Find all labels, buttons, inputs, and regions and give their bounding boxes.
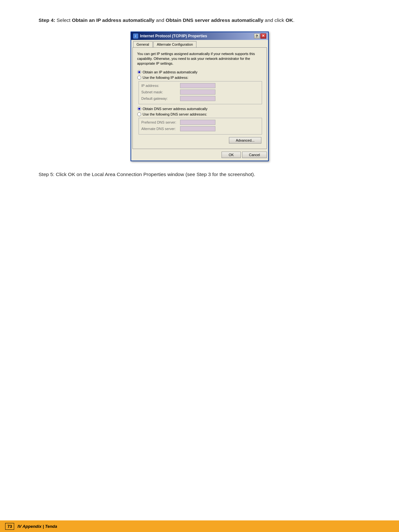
dialog-wrapper: i Internet Protocol (TCP/IP) Properties … (39, 32, 360, 161)
step5-text4: for the screenshot). (211, 172, 255, 177)
cancel-button[interactable]: Cancel (242, 152, 267, 158)
tab-alternate-config[interactable]: Alternate Configuration (153, 41, 197, 47)
alternate-dns-label: Alternate DNS server: (141, 127, 180, 131)
dialog-title-text: Internet Protocol (TCP/IP) Properties (140, 34, 207, 38)
ok-button[interactable]: OK (222, 152, 241, 158)
footer-text: IV Appendix | Tenda (17, 524, 57, 529)
step4-bold2: Obtain DNS server address automatically (166, 17, 263, 23)
radio-manual-dns-row: Use the following DNS server addresses: (137, 112, 262, 116)
subnet-mask-label: Subnet mask: (141, 90, 180, 94)
radio-manual-dns[interactable] (137, 112, 141, 116)
tab-general[interactable]: General (133, 41, 153, 47)
radio-auto-ip-label: Obtain an IP address automatically (143, 70, 197, 74)
radio-manual-ip[interactable] (137, 76, 141, 79)
preferred-dns-label: Preferred DNS server: (141, 120, 180, 124)
radio-auto-dns-row: Obtain DNS server address automatically (137, 107, 262, 111)
default-gateway-row: Default gateway: (141, 96, 259, 101)
step5-text2: on the (75, 172, 92, 177)
dialog-titlebar: i Internet Protocol (TCP/IP) Properties … (131, 32, 268, 40)
step5-paragraph: Step 5: Click OK on the Local Area Conne… (39, 170, 360, 179)
alternate-dns-row: Alternate DNS server: (141, 126, 259, 131)
help-button[interactable]: ? (254, 33, 260, 39)
dialog-title-area: i Internet Protocol (TCP/IP) Properties (133, 33, 207, 39)
radio-manual-ip-row: Use the following IP address: (137, 76, 262, 79)
dialog-controls: ? ✕ (254, 33, 266, 39)
step4-text1: Select (55, 17, 72, 23)
dialog-footer-buttons: OK Cancel (131, 152, 268, 161)
step5-bold3: Step 3 (196, 172, 211, 177)
radio-auto-dns-label: Obtain DNS server address automatically (143, 107, 208, 111)
default-gateway-label: Default gateway: (141, 97, 180, 100)
step4-paragraph: Step 4: Select Obtain an IP address auto… (39, 16, 360, 24)
step4-text4: . (293, 17, 294, 23)
step5-bold1: OK (68, 172, 75, 177)
close-button[interactable]: ✕ (260, 33, 266, 39)
step5-text1: Click (54, 172, 68, 177)
radio-auto-dns[interactable] (137, 107, 141, 111)
step5-text3: window (see (166, 172, 196, 177)
subnet-mask-row: Subnet mask: (141, 89, 259, 95)
ip-address-input[interactable] (180, 83, 215, 88)
radio-auto-ip[interactable] (137, 70, 141, 74)
alternate-dns-input[interactable] (180, 126, 215, 131)
tcp-ip-dialog: i Internet Protocol (TCP/IP) Properties … (131, 32, 269, 161)
footer-bar: 73 IV Appendix | Tenda (0, 520, 399, 532)
preferred-dns-input[interactable] (180, 120, 215, 125)
advanced-button[interactable]: Advanced... (229, 137, 261, 144)
step5-label: Step 5: (39, 172, 54, 177)
dialog-info-text: You can get IP settings assigned automat… (137, 51, 262, 66)
ip-address-label: IP address: (141, 84, 180, 88)
preferred-dns-row: Preferred DNS server: (141, 120, 259, 125)
dns-fields-box: Preferred DNS server: Alternate DNS serv… (139, 118, 262, 135)
dialog-title-icon: i (133, 33, 138, 39)
radio-manual-ip-label: Use the following IP address: (143, 76, 188, 79)
dialog-body: You can get IP settings assigned automat… (132, 47, 267, 149)
advanced-btn-row: Advanced... (137, 137, 262, 144)
page-number: 73 (5, 523, 14, 530)
subnet-mask-input[interactable] (180, 89, 215, 95)
step4-label: Step 4: (39, 17, 55, 23)
step4-bold1: Obtain an IP address automatically (72, 17, 154, 23)
page-content: Step 4: Select Obtain an IP address auto… (0, 0, 399, 204)
ip-fields-box: IP address: Subnet mask: Default gateway… (139, 81, 262, 104)
step4-text3: and click (263, 17, 286, 23)
step5-bold2: Local Area Connection Properties (92, 172, 166, 177)
step4-bold3: OK (286, 17, 293, 23)
step4-text2: and (155, 17, 166, 23)
ip-address-row: IP address: (141, 83, 259, 88)
radio-manual-dns-label: Use the following DNS server addresses: (143, 112, 207, 116)
dialog-tabs: General Alternate Configuration (131, 40, 268, 47)
radio-auto-ip-row: Obtain an IP address automatically (137, 70, 262, 74)
footer-brand: IV Appendix | Tenda (17, 524, 57, 529)
default-gateway-input[interactable] (180, 96, 215, 101)
